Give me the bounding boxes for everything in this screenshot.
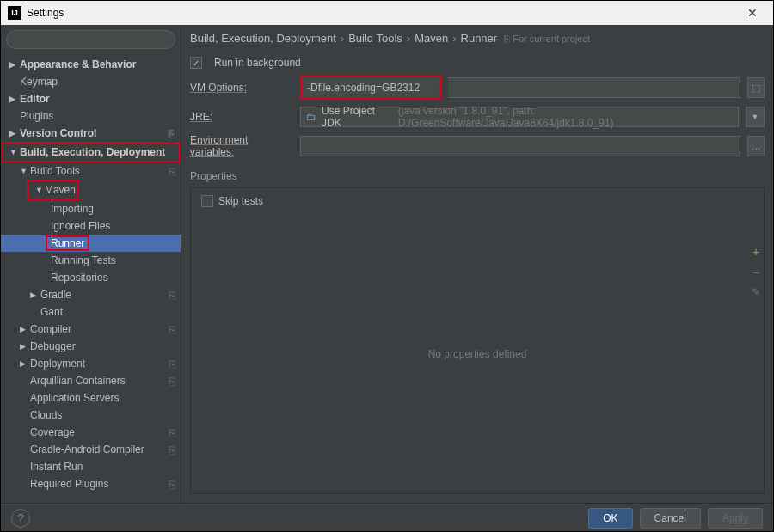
tree-instant-run[interactable]: Instant Run — [1, 458, 181, 475]
tree-app-servers[interactable]: Application Servers — [1, 389, 181, 407]
tree-keymap[interactable]: Keymap — [1, 73, 181, 90]
search-input[interactable] — [6, 30, 175, 49]
chevron-right-icon: › — [407, 32, 410, 45]
env-vars-row: Environment variables: … — [181, 131, 773, 162]
tree-deployment[interactable]: ▶Deployment⎘ — [1, 355, 181, 372]
tree-label: Appearance & Behavior — [20, 58, 136, 70]
tree-clouds[interactable]: Clouds — [1, 407, 181, 424]
tree-label: Maven — [45, 184, 76, 196]
tree-gradle[interactable]: ▶Gradle⎘ — [1, 286, 181, 303]
tree-importing[interactable]: Importing — [1, 200, 181, 217]
chevron-right-icon: ▶ — [20, 342, 28, 351]
run-background-label: Run in background — [214, 57, 301, 69]
tree-label: Repositories — [51, 272, 108, 284]
tree-label: Instant Run — [30, 461, 83, 473]
jre-dropdown-button[interactable]: ▼ — [746, 107, 765, 127]
vm-options-input[interactable] — [302, 77, 439, 98]
expand-icon: ⬚ — [752, 83, 760, 94]
tree-label: Importing — [51, 203, 94, 215]
tree-label: Debugger — [30, 340, 76, 352]
tree-maven[interactable]: ▼Maven — [28, 181, 77, 199]
no-properties-text: No properties defined — [191, 214, 764, 493]
tree-gradle-android[interactable]: Gradle-Android Compiler⎘ — [1, 441, 181, 458]
tree-label: Runner — [51, 237, 84, 249]
apply-button[interactable]: Apply — [708, 508, 763, 529]
project-badge-icon: ⎘ — [169, 375, 175, 388]
chevron-right-icon: ▶ — [9, 60, 18, 69]
project-badge-icon: ⎘ — [169, 443, 175, 456]
settings-tree: ▶Appearance & Behavior Keymap ▶Editor Pl… — [1, 54, 181, 503]
jre-row: JRE: 🗀 Use Project JDK (java version "1.… — [181, 103, 773, 131]
chevron-down-icon: ▼ — [35, 186, 43, 194]
chevron-right-icon: ▶ — [20, 359, 28, 368]
vm-options-label: VM Options: — [190, 82, 293, 94]
tree-ignored-files[interactable]: Ignored Files — [1, 217, 181, 235]
breadcrumb: Build, Execution, Deployment › Build Too… — [181, 25, 773, 53]
tree-label: Application Servers — [30, 392, 119, 404]
properties-title: Properties — [181, 162, 773, 186]
tree-label: Deployment — [30, 358, 85, 370]
crumb-part[interactable]: Maven — [415, 32, 448, 45]
highlight-box: ▼Maven — [27, 180, 78, 200]
folder-icon: 🗀 — [306, 111, 316, 123]
chevron-right-icon: ▶ — [30, 290, 39, 299]
chevron-right-icon: ▶ — [9, 95, 18, 103]
tree-coverage[interactable]: Coverage⎘ — [1, 424, 181, 441]
tree-label: Editor — [20, 93, 50, 105]
tree-runner[interactable]: Runner — [1, 235, 181, 252]
tree-arquillian[interactable]: Arquillian Containers⎘ — [1, 372, 181, 389]
properties-toolbar: + − ✎ — [752, 245, 760, 298]
expand-editor-button[interactable]: ⬚ — [747, 77, 765, 98]
tree-label: Version Control — [20, 127, 96, 139]
tree-appearance[interactable]: ▶Appearance & Behavior — [1, 56, 181, 73]
chevron-down-icon: ▼ — [20, 167, 28, 175]
tree-label: Keymap — [20, 76, 58, 88]
help-button[interactable]: ? — [11, 509, 30, 528]
tree-label: Arquillian Containers — [30, 375, 126, 387]
project-badge-icon: ⎘ — [169, 358, 175, 370]
tree-build-tools[interactable]: ▼Build Tools⎘ — [1, 162, 181, 180]
chevron-right-icon: › — [452, 32, 456, 45]
run-background-checkbox[interactable]: ✓ — [190, 57, 202, 69]
tree-gant[interactable]: Gant — [1, 303, 181, 321]
tree-label: Compiler — [30, 323, 71, 335]
tree-running-tests[interactable]: Running Tests — [1, 252, 181, 269]
env-vars-input[interactable] — [300, 136, 740, 156]
vm-options-row: VM Options: ⬚ — [181, 72, 773, 103]
tree-label: Required Plugins — [30, 478, 108, 490]
run-background-row: ✓ Run in background — [181, 53, 773, 72]
add-button[interactable]: + — [752, 245, 759, 259]
tree-debugger[interactable]: ▶Debugger — [1, 338, 181, 355]
crumb-part[interactable]: Build Tools — [348, 32, 402, 45]
tree-build-execution-deployment[interactable]: ▼Build, Execution, Deployment — [3, 144, 179, 161]
skip-tests-checkbox[interactable] — [201, 195, 213, 207]
content-panel: Build, Execution, Deployment › Build Too… — [181, 25, 773, 503]
vm-options-input-extend[interactable] — [448, 77, 740, 98]
cancel-button[interactable]: Cancel — [640, 508, 701, 529]
tree-repositories[interactable]: Repositories — [1, 269, 181, 286]
more-icon: … — [752, 141, 761, 151]
project-badge-icon: ⎘ — [169, 165, 175, 178]
tree-plugins[interactable]: Plugins — [1, 107, 181, 125]
highlight-box — [300, 76, 441, 100]
tree-editor[interactable]: ▶Editor — [1, 90, 181, 107]
crumb-part[interactable]: Build, Execution, Deployment — [190, 32, 336, 45]
project-badge-icon: ⎘ — [169, 426, 175, 439]
tree-label: Plugins — [20, 110, 53, 122]
jre-selector[interactable]: 🗀 Use Project JDK (java version "1.8.0_9… — [300, 107, 739, 127]
skip-tests-label: Skip tests — [218, 195, 263, 207]
env-vars-browse-button[interactable]: … — [747, 136, 765, 156]
edit-button: ✎ — [752, 286, 760, 298]
tree-required-plugins[interactable]: Required Plugins⎘ — [1, 475, 181, 492]
scope-label: ⎘For current project — [504, 34, 590, 44]
project-badge-icon: ⎘ — [169, 127, 175, 140]
tree-label: Gant — [40, 306, 63, 318]
crumb-current: Runner — [461, 32, 498, 45]
ok-button[interactable]: OK — [588, 508, 632, 529]
tree-compiler[interactable]: ▶Compiler⎘ — [1, 321, 181, 338]
env-vars-label: Environment variables: — [190, 134, 293, 158]
highlight-box: ▼Build, Execution, Deployment — [1, 142, 181, 162]
close-button[interactable]: ✕ — [739, 1, 766, 25]
tree-version-control[interactable]: ▶Version Control⎘ — [1, 125, 181, 142]
footer: ? OK Cancel Apply — [1, 503, 773, 532]
